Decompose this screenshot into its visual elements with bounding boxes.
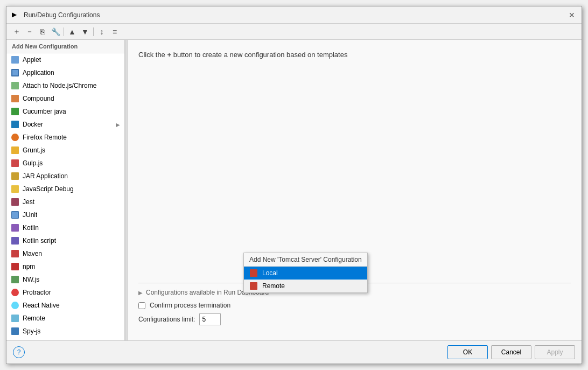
jest-label: Jest bbox=[23, 198, 34, 206]
list-item-compound[interactable]: Compound bbox=[6, 92, 124, 105]
list-item-application[interactable]: Application bbox=[6, 66, 124, 79]
configs-arrow-icon: ▶ bbox=[138, 290, 143, 296]
toolbar: ＋ － ⎘ 🔧 ▲ ▼ ↕ ≡ bbox=[6, 24, 582, 40]
react-native-label: React Native bbox=[23, 302, 60, 309]
list-item-react-native[interactable]: React Native bbox=[6, 299, 124, 312]
applet-label: Applet bbox=[23, 56, 41, 64]
compound-label: Compound bbox=[23, 95, 54, 102]
dialog-title: Run/Debug Configurations bbox=[24, 11, 100, 19]
list-item-jest[interactable]: Jest bbox=[6, 196, 124, 208]
nwjs-icon bbox=[11, 275, 19, 284]
sort-alpha-button[interactable]: ↕ bbox=[96, 26, 108, 38]
list-item-spy-js[interactable]: Spy-js bbox=[6, 325, 124, 338]
cancel-button[interactable]: Cancel bbox=[491, 345, 531, 359]
react-native-icon bbox=[11, 301, 19, 310]
remove-button[interactable]: － bbox=[24, 26, 36, 38]
hint-prefix: Click the bbox=[138, 51, 167, 59]
copy-button[interactable]: ⎘ bbox=[37, 26, 48, 38]
dialog-footer: ? OK Cancel Apply bbox=[6, 340, 582, 364]
list-item-npm[interactable]: npm bbox=[6, 260, 124, 273]
list-item-kotlin-script[interactable]: Kotlin script bbox=[6, 234, 124, 247]
context-menu-item-local[interactable]: Local bbox=[244, 267, 367, 280]
list-item-gruntjs[interactable]: Grunt.js bbox=[6, 144, 124, 157]
local-menu-icon bbox=[249, 269, 258, 277]
help-button[interactable]: ? bbox=[13, 346, 25, 358]
list-item-junit[interactable]: JUnit bbox=[6, 208, 124, 221]
list-item-remote[interactable]: Remote bbox=[6, 312, 124, 325]
limit-label: Configurations limit: bbox=[138, 316, 195, 323]
move-up-button[interactable]: ▲ bbox=[66, 26, 78, 38]
list-item-attach-nodejs[interactable]: Attach to Node.js/Chrome bbox=[6, 79, 124, 92]
junit-label: JUnit bbox=[23, 211, 37, 219]
left-panel: Add New Configuration AppletApplicationA… bbox=[6, 40, 125, 340]
docker-icon bbox=[11, 120, 19, 129]
remote-label: Remote bbox=[23, 315, 45, 322]
move-down-button[interactable]: ▼ bbox=[79, 26, 91, 38]
termination-setting-row: Confirm process termination bbox=[138, 302, 571, 309]
spy-js-icon bbox=[11, 327, 19, 336]
close-button[interactable]: ✕ bbox=[568, 11, 576, 19]
jar-application-label: JAR Application bbox=[23, 172, 68, 180]
protractor-label: Protractor bbox=[23, 289, 51, 296]
toolbar-sep-1 bbox=[64, 27, 64, 36]
docker-label: Docker bbox=[23, 121, 43, 128]
list-item-applet[interactable]: Applet bbox=[6, 53, 124, 66]
title-bar-left: ▶ Run/Debug Configurations bbox=[12, 11, 100, 19]
list-item-nwjs[interactable]: NW.js bbox=[6, 273, 124, 286]
applet-icon bbox=[11, 55, 19, 64]
list-item-kotlin[interactable]: Kotlin bbox=[6, 221, 124, 234]
docker-arrow-icon: ▶ bbox=[116, 122, 120, 128]
spy-js-label: Spy-js bbox=[23, 327, 40, 335]
cucumber-java-label: Cucumber java bbox=[23, 108, 66, 115]
ok-button[interactable]: OK bbox=[447, 345, 488, 359]
kotlin-script-label: Kotlin script bbox=[23, 237, 56, 245]
context-menu: Add New 'Tomcat Server' Configuration Lo… bbox=[243, 253, 368, 293]
list-item-gulpjs[interactable]: Gulp.js bbox=[6, 157, 124, 170]
title-bar: ▶ Run/Debug Configurations ✕ bbox=[6, 6, 582, 24]
list-item-javascript-debug[interactable]: JavaScript Debug bbox=[6, 183, 124, 196]
protractor-icon bbox=[11, 288, 19, 297]
dialog-icon: ▶ bbox=[12, 11, 20, 19]
list-item-jar-application[interactable]: JAR Application bbox=[6, 170, 124, 183]
remote-menu-label: Remote bbox=[262, 282, 285, 290]
left-panel-header: Add New Configuration bbox=[6, 40, 124, 53]
limit-setting-row: Configurations limit: bbox=[138, 313, 571, 325]
hint-plus: + bbox=[167, 51, 171, 59]
npm-icon bbox=[11, 262, 19, 271]
firefox-remote-label: Firefox Remote bbox=[23, 134, 67, 141]
remote-icon bbox=[11, 314, 19, 323]
content-area: Add New Configuration AppletApplicationA… bbox=[6, 40, 582, 340]
javascript-debug-label: JavaScript Debug bbox=[23, 185, 74, 193]
list-item-docker[interactable]: Docker▶ bbox=[6, 118, 124, 131]
maven-label: Maven bbox=[23, 250, 42, 257]
sort-type-button[interactable]: ≡ bbox=[109, 26, 121, 38]
context-menu-item-remote[interactable]: Remote bbox=[244, 280, 367, 292]
apply-button[interactable]: Apply bbox=[535, 345, 575, 359]
attach-nodejs-label: Attach to Node.js/Chrome bbox=[23, 82, 96, 89]
firefox-remote-icon bbox=[11, 133, 19, 142]
gulpjs-icon bbox=[11, 159, 19, 167]
config-type-list: AppletApplicationAttach to Node.js/Chrom… bbox=[6, 53, 124, 340]
add-button[interactable]: ＋ bbox=[11, 26, 23, 38]
junit-icon bbox=[11, 211, 19, 219]
list-item-maven[interactable]: Maven bbox=[6, 247, 124, 260]
hint-text: Click the + button to create a new confi… bbox=[138, 51, 571, 59]
remote-menu-icon bbox=[249, 282, 258, 290]
npm-label: npm bbox=[23, 263, 35, 270]
gulpjs-label: Gulp.js bbox=[23, 159, 43, 167]
confirm-termination-checkbox[interactable] bbox=[138, 302, 145, 309]
list-item-protractor[interactable]: Protractor bbox=[6, 286, 124, 299]
kotlin-label: Kotlin bbox=[23, 224, 39, 232]
toolbar-sep-2 bbox=[93, 27, 94, 36]
maven-icon bbox=[11, 249, 19, 258]
limit-input[interactable] bbox=[199, 313, 221, 325]
compound-icon bbox=[11, 94, 19, 103]
cucumber-java-icon bbox=[11, 107, 19, 116]
gruntjs-icon bbox=[11, 146, 19, 155]
wrench-button[interactable]: 🔧 bbox=[50, 26, 61, 38]
list-item-firefox-remote[interactable]: Firefox Remote bbox=[6, 131, 124, 144]
list-item-cucumber-java[interactable]: Cucumber java bbox=[6, 105, 124, 118]
nwjs-label: NW.js bbox=[23, 276, 39, 283]
kotlin-script-icon bbox=[11, 236, 19, 245]
kotlin-icon bbox=[11, 224, 19, 232]
